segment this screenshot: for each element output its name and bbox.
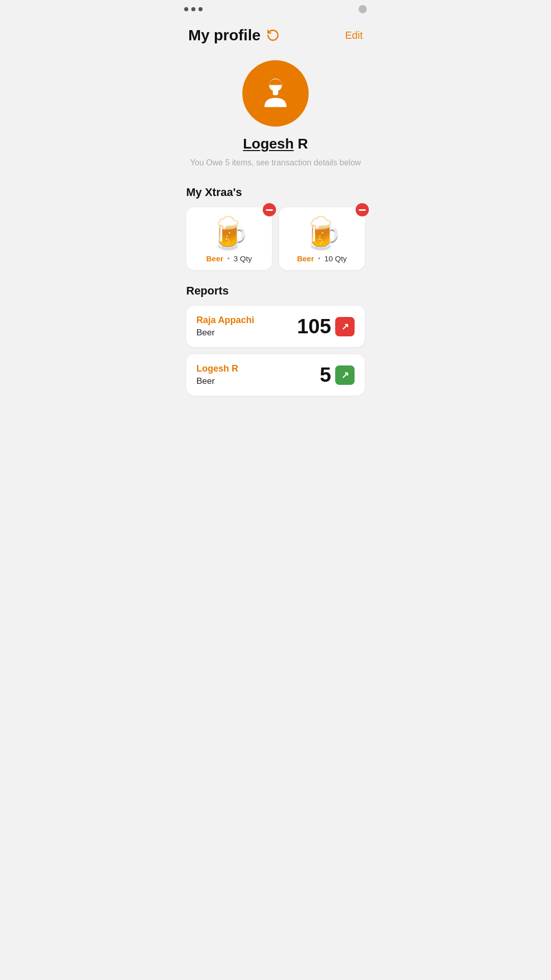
report-card-2: Logesh R Beer 5 ↗: [186, 354, 365, 396]
xtraa-info-1: Beer • 3 Qty: [206, 254, 252, 263]
status-bar-left: [184, 7, 203, 11]
page-title: My profile: [188, 27, 261, 44]
report-left-1: Raja Appachi Beer: [196, 315, 254, 338]
report-card-1: Raja Appachi Beer 105 ↗: [186, 306, 365, 347]
arrow-up-right-icon-1: ↗: [341, 321, 349, 332]
profile-section: Logesh R You Owe 5 items, see transactio…: [176, 50, 375, 178]
report-right-1: 105 ↗: [297, 315, 355, 338]
report-count-2: 5: [320, 363, 331, 386]
beer-icon-2: 🍺: [303, 217, 342, 249]
profile-name: Logesh R: [243, 136, 308, 152]
report-action-1-button[interactable]: ↗: [335, 317, 355, 336]
report-right-2: 5 ↗: [320, 363, 355, 386]
report-person-2: Logesh R: [196, 363, 238, 374]
svg-rect-1: [273, 90, 279, 95]
avatar: [242, 60, 309, 127]
report-person-1: Raja Appachi: [196, 315, 254, 326]
profile-last-name: R: [294, 136, 308, 152]
owe-message: You Owe 5 items, see transaction details…: [180, 158, 371, 167]
header: My profile Edit: [176, 18, 375, 50]
xtraas-section-title: My Xtraa's: [186, 186, 365, 199]
xtraa-info-2: Beer • 10 Qty: [297, 254, 347, 263]
reports-section-title: Reports: [186, 284, 365, 298]
profile-first-name: Logesh: [243, 136, 294, 152]
report-item-1: Beer: [196, 328, 254, 338]
report-item-2: Beer: [196, 376, 238, 386]
xtraa-qty-1: 3 Qty: [234, 254, 252, 263]
status-bar: [176, 0, 375, 18]
xtraa-qty-2: 10 Qty: [324, 254, 347, 263]
wifi-icon: [191, 7, 195, 11]
remove-xtraa-1-button[interactable]: [263, 203, 276, 216]
status-bar-right: [359, 5, 367, 13]
refresh-button[interactable]: [266, 28, 280, 42]
battery-icon: [198, 7, 203, 11]
xtraa-grid: 🍺 Beer • 3 Qty 🍺 Beer • 10 Qty: [186, 207, 365, 270]
xtraa-card-1: 🍺 Beer • 3 Qty: [186, 207, 272, 270]
xtraa-dot-1: •: [228, 255, 230, 262]
header-left: My profile: [188, 27, 280, 44]
xtraa-name-1: Beer: [206, 254, 223, 263]
arrow-up-right-icon-2: ↗: [341, 370, 349, 381]
xtraa-dot-2: •: [318, 255, 320, 262]
report-action-2-button[interactable]: ↗: [335, 365, 355, 385]
signal-icon: [184, 7, 188, 11]
xtraa-name-2: Beer: [297, 254, 314, 263]
report-count-1: 105: [297, 315, 331, 338]
user-icon: [257, 74, 294, 113]
report-left-2: Logesh R Beer: [196, 363, 238, 386]
beer-icon-1: 🍺: [210, 217, 249, 249]
reports-section: Reports Raja Appachi Beer 105 ↗ Logesh R…: [186, 284, 365, 396]
xtraa-card-2: 🍺 Beer • 10 Qty: [279, 207, 365, 270]
edit-button[interactable]: Edit: [345, 30, 363, 41]
main-content: My Xtraa's 🍺 Beer • 3 Qty 🍺 Beer • 10 Qt…: [176, 178, 375, 411]
remove-xtraa-2-button[interactable]: [356, 203, 369, 216]
